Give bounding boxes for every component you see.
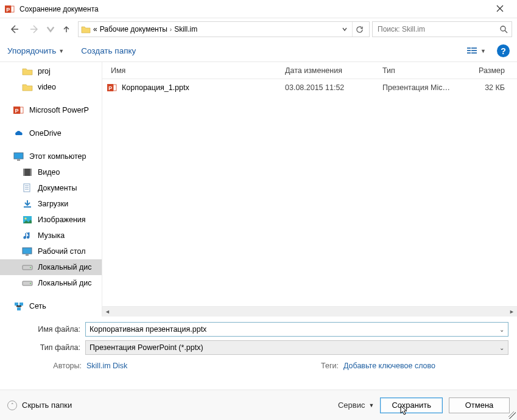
tree-node-music[interactable]: Музыка bbox=[0, 228, 102, 243]
chevron-down-icon[interactable]: ⌄ bbox=[496, 345, 504, 351]
window-title: Сохранение документа bbox=[19, 5, 488, 13]
tree-node-localdisk-selected[interactable]: Локальный дис bbox=[0, 259, 102, 275]
horizontal-scrollbar[interactable]: ◄ ► bbox=[102, 306, 517, 317]
download-icon bbox=[22, 199, 33, 209]
svg-rect-12 bbox=[20, 107, 23, 113]
cancel-button[interactable]: Отмена bbox=[449, 397, 510, 413]
svg-rect-33 bbox=[113, 85, 116, 91]
file-row[interactable]: P Корпорация_1.pptx 03.08.2015 11:52 Пре… bbox=[102, 79, 517, 96]
chevron-right-icon: › bbox=[170, 26, 172, 33]
svg-rect-13 bbox=[14, 153, 23, 159]
svg-rect-28 bbox=[15, 303, 18, 306]
svg-point-25 bbox=[30, 267, 31, 268]
crumb-2[interactable]: Skill.im bbox=[174, 25, 197, 33]
arrow-up-icon bbox=[62, 25, 71, 33]
filename-input[interactable]: Корпоративная презентация.pptx ⌄ bbox=[85, 322, 508, 337]
tree-node-powerpoint[interactable]: P Microsoft PowerP bbox=[0, 102, 102, 118]
scroll-left-button[interactable]: ◄ bbox=[102, 307, 113, 317]
resize-grip-icon[interactable] bbox=[508, 411, 516, 419]
chevron-down-icon: ▼ bbox=[368, 402, 374, 408]
folder-icon bbox=[81, 24, 91, 34]
arrow-right-icon bbox=[30, 24, 40, 34]
tags-label: Теги: bbox=[321, 362, 343, 370]
hide-folders-button[interactable]: ˄ Скрыть папки bbox=[7, 401, 72, 410]
col-date[interactable]: Дата изменения bbox=[279, 66, 376, 75]
new-folder-button[interactable]: Создать папку bbox=[81, 46, 136, 55]
tree-node-network[interactable]: Сеть bbox=[0, 298, 102, 314]
svg-rect-30 bbox=[17, 307, 21, 310]
nav-recent-button[interactable] bbox=[46, 21, 55, 38]
service-button[interactable]: Сервис ▼ bbox=[338, 401, 374, 410]
arrow-left-icon bbox=[9, 24, 19, 34]
filetype-select[interactable]: Презентация PowerPoint (*.pptx) ⌄ bbox=[85, 340, 508, 355]
scroll-right-button[interactable]: ► bbox=[507, 307, 517, 317]
breadcrumb[interactable]: « Рабочие документы › Skill.im bbox=[93, 25, 337, 33]
chevron-down-icon bbox=[46, 24, 55, 34]
organize-button[interactable]: Упорядочить ▼ bbox=[7, 46, 64, 55]
svg-rect-8 bbox=[467, 52, 471, 54]
save-form: Имя файла: Корпоративная презентация.ppt… bbox=[0, 317, 517, 370]
address-dropdown[interactable] bbox=[340, 25, 350, 33]
tree-node-videos[interactable]: Видео bbox=[0, 164, 102, 180]
col-type[interactable]: Тип bbox=[376, 66, 459, 75]
close-button[interactable] bbox=[488, 4, 512, 15]
svg-rect-23 bbox=[26, 254, 29, 256]
svg-rect-9 bbox=[471, 52, 477, 54]
svg-rect-5 bbox=[471, 47, 477, 49]
nav-tree[interactable]: proj video P Microsoft PowerP OneDrive Э… bbox=[0, 62, 102, 317]
help-button[interactable]: ? bbox=[497, 44, 510, 57]
file-header: Имя Дата изменения Тип Размер bbox=[102, 62, 517, 79]
nav-up-button[interactable] bbox=[57, 21, 76, 38]
chevron-down-icon: ▼ bbox=[480, 48, 486, 54]
col-name[interactable]: Имя bbox=[102, 66, 279, 75]
file-name: Корпорация_1.pptx bbox=[122, 83, 189, 92]
crumb-prefix: « bbox=[93, 25, 97, 33]
file-area: Имя Дата изменения Тип Размер P Корпорац… bbox=[102, 62, 517, 317]
toolbar: Упорядочить ▼ Создать папку ▼ ? bbox=[0, 40, 517, 62]
powerpoint-app-icon: P bbox=[5, 4, 15, 14]
search-icon bbox=[499, 25, 508, 33]
svg-rect-16 bbox=[23, 169, 25, 176]
tree-node-localdisk[interactable]: Локальный дис bbox=[0, 275, 102, 291]
folder-icon bbox=[22, 66, 33, 76]
svg-rect-7 bbox=[471, 50, 477, 51]
nav-row: « Рабочие документы › Skill.im bbox=[0, 18, 517, 40]
tree-node-documents[interactable]: Документы bbox=[0, 180, 102, 196]
tree-node-desktop[interactable]: Рабочий стол bbox=[0, 243, 102, 259]
close-icon bbox=[496, 5, 504, 12]
refresh-button[interactable] bbox=[352, 22, 367, 37]
footer: ˄ Скрыть папки Сервис ▼ Сохранить Отмена bbox=[0, 390, 517, 420]
tree-node-video[interactable]: video bbox=[0, 79, 102, 95]
address-bar[interactable]: « Рабочие документы › Skill.im bbox=[78, 21, 370, 37]
chevron-down-icon: ▼ bbox=[58, 48, 64, 54]
search-input[interactable] bbox=[376, 24, 499, 34]
save-button[interactable]: Сохранить bbox=[380, 397, 443, 413]
tree-node-onedrive[interactable]: OneDrive bbox=[0, 125, 102, 141]
authors-value[interactable]: Skill.im Disk bbox=[86, 362, 127, 370]
tags-value[interactable]: Добавьте ключевое слово bbox=[343, 362, 435, 370]
chevron-down-icon[interactable]: ⌄ bbox=[496, 326, 504, 333]
nav-back-button[interactable] bbox=[5, 21, 23, 38]
music-icon bbox=[22, 231, 33, 240]
pictures-icon bbox=[22, 215, 33, 225]
body-split: proj video P Microsoft PowerP OneDrive Э… bbox=[0, 62, 517, 317]
svg-rect-14 bbox=[17, 159, 20, 161]
nav-forward-button[interactable] bbox=[26, 21, 44, 38]
tree-node-pictures[interactable]: Изображения bbox=[0, 212, 102, 228]
folder-icon bbox=[22, 82, 33, 92]
powerpoint-icon: P bbox=[13, 105, 24, 115]
col-size[interactable]: Размер bbox=[459, 66, 517, 75]
svg-text:P: P bbox=[15, 108, 19, 114]
desktop-icon bbox=[22, 247, 33, 256]
refresh-icon bbox=[356, 26, 364, 33]
file-type: Презентация Mic… bbox=[376, 83, 459, 92]
crumb-1[interactable]: Рабочие документы bbox=[100, 25, 167, 33]
tree-node-proj[interactable]: proj bbox=[0, 63, 102, 79]
svg-rect-29 bbox=[19, 303, 23, 306]
tree-node-thispc[interactable]: Этот компьютер bbox=[0, 149, 102, 164]
search-box[interactable] bbox=[372, 21, 512, 37]
drive-icon bbox=[22, 262, 33, 272]
tree-node-downloads[interactable]: Загрузки bbox=[0, 196, 102, 212]
svg-point-3 bbox=[501, 26, 505, 31]
view-mode-button[interactable]: ▼ bbox=[467, 47, 486, 55]
